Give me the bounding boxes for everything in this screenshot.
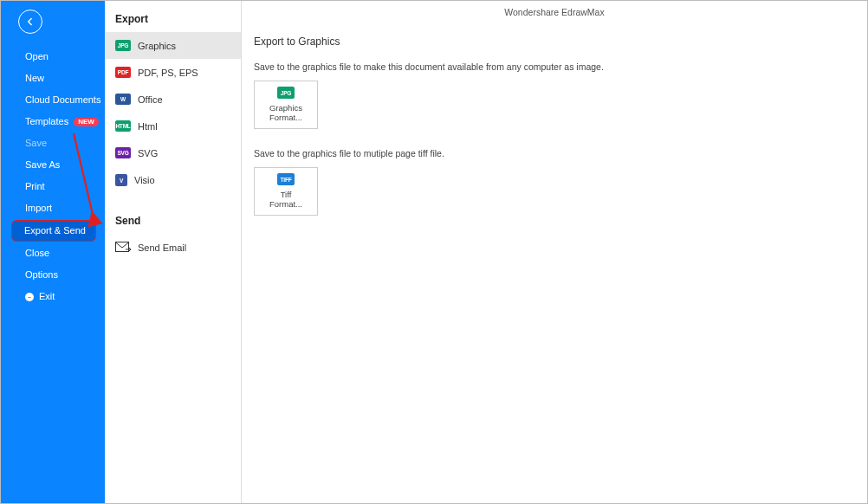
jpg-icon: JPG [115,40,131,51]
content-heading: Export to Graphics [254,36,867,48]
export-item-office[interactable]: W Office [105,86,241,113]
email-icon [115,242,131,254]
export-item-graphics[interactable]: JPG Graphics [105,32,241,59]
tiff-format-tile[interactable]: TIFF Tiff Format... [254,167,318,216]
sidebar-item-open[interactable]: Open [1,46,105,68]
export-item-html[interactable]: HTML Html [105,113,241,139]
sidebar-item-options[interactable]: Options [1,264,105,286]
sidebar-item-label: Export & Send [24,226,86,236]
sidebar-item-label: Open [25,52,49,61]
sidebar-item-label: Import [25,204,52,213]
sidebar-item-close[interactable]: Close [1,242,105,264]
html-icon: HTML [115,120,131,132]
export-item-label: Html [138,121,158,132]
export-item-label: Graphics [138,41,176,51]
sidebar-item-label: Close [25,249,49,258]
send-section-title: Send [105,194,241,234]
sidebar-item-print[interactable]: Print [1,176,105,197]
send-item-email[interactable]: Send Email [105,234,241,262]
export-item-label: SVG [138,148,158,158]
sidebar-item-label: New [25,74,44,83]
sidebar-item-new[interactable]: New [1,68,105,89]
export-section-title: Export [105,1,241,32]
pdf-icon: PDF [115,67,131,78]
sidebar-item-templates[interactable]: Templates NEW [1,111,105,132]
export-item-label: Office [138,94,163,105]
sidebar-item-label: Options [25,270,58,280]
sidebar-item-label: Cloud Documents [25,95,100,105]
sidebar-item-label: Save [25,139,47,148]
graphics-format-tile[interactable]: JPG Graphics Format... [254,81,318,129]
sidebar-item-label: Save As [25,160,60,170]
sidebar-item-import[interactable]: Import [1,197,105,219]
sidebar-item-label: Exit [39,292,55,301]
export-item-label: Visio [134,175,155,185]
exit-icon: – [25,293,34,301]
export-item-svg[interactable]: SVG SVG [105,139,241,166]
tile-label: Graphics Format... [269,104,302,123]
sidebar-item-export-send[interactable]: Export & Send [11,220,96,242]
tiff-icon: TIFF [277,173,295,185]
arrow-left-icon [24,16,36,28]
sidebar-item-cloud-documents[interactable]: Cloud Documents [1,89,105,111]
visio-icon: V [115,174,127,186]
sidebar-item-exit[interactable]: – Exit [1,286,105,307]
sidebar: Open New Cloud Documents Templates NEW S… [1,1,105,503]
sidebar-item-save[interactable]: Save [1,132,105,154]
jpg-icon: JPG [277,87,295,99]
sidebar-item-label: Templates [25,117,68,126]
export-item-label: PDF, PS, EPS [138,68,198,78]
export-item-pdf[interactable]: PDF PDF, PS, EPS [105,59,241,86]
tiff-description: Save to the graphics file to mutiple pag… [254,148,867,158]
back-button[interactable] [18,10,42,34]
graphics-description: Save to the graphics file to make this d… [254,61,867,72]
sidebar-item-save-as[interactable]: Save As [1,154,105,176]
content-area: Wondershare EdrawMax Export to Graphics … [242,1,867,503]
new-badge: NEW [74,118,99,126]
svg-icon: SVG [115,147,131,158]
sidebar-item-label: Print [25,182,45,191]
svg-rect-1 [116,242,129,252]
export-panel: Export JPG Graphics PDF PDF, PS, EPS W O… [105,1,242,503]
word-icon: W [115,94,131,105]
tile-label: Tiff Format... [269,191,302,210]
export-item-visio[interactable]: V Visio [105,166,241,194]
send-item-label: Send Email [138,242,186,253]
